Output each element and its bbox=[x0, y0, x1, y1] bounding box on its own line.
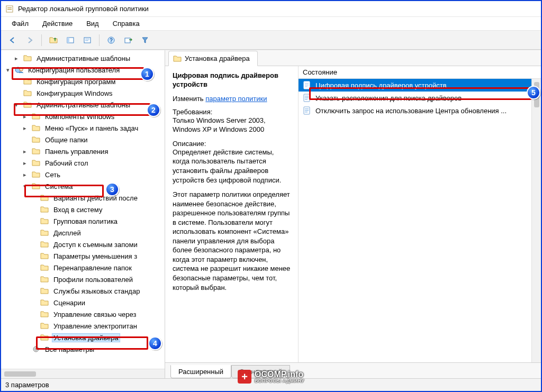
list-column-header[interactable]: Состояние bbox=[299, 66, 541, 79]
folder-icon bbox=[40, 334, 49, 341]
titlebar: Редактор локальной групповой политики bbox=[1, 1, 541, 17]
folder-icon bbox=[32, 148, 40, 155]
tree-item[interactable]: ▸Компоненты Windows bbox=[3, 111, 165, 122]
help-button[interactable]: ? bbox=[104, 33, 119, 47]
tree-item-user-configuration[interactable]: ▾Конфигурация пользователя bbox=[3, 64, 165, 76]
filter-button[interactable] bbox=[138, 33, 152, 47]
tree-item[interactable]: ▸Конфигурация программ bbox=[3, 76, 165, 87]
app-window: Редактор локальной групповой политики Фа… bbox=[0, 0, 542, 392]
tree-item[interactable]: ▸Управление связью через bbox=[3, 308, 165, 320]
tab-extended[interactable]: Расширенный bbox=[170, 365, 231, 378]
policy-icon bbox=[303, 106, 311, 115]
tree-item[interactable]: ▸Конфигурация Windows bbox=[3, 87, 165, 99]
tree-item[interactable]: ▸Службы языковых стандар bbox=[3, 285, 165, 297]
folder-icon bbox=[40, 264, 49, 271]
content-tab-label: Установка драйвера bbox=[185, 54, 250, 62]
window-title: Редактор локальной групповой политики bbox=[18, 5, 149, 13]
policy-title: Цифровая подпись драйверов устройств bbox=[173, 71, 293, 89]
description-text-2: Этот параметр политики определяет наимен… bbox=[173, 190, 293, 292]
requirements-label: Требования: bbox=[173, 108, 293, 116]
tree-item[interactable]: ▸Административные шаблоны bbox=[3, 52, 165, 64]
list-item[interactable]: Отключить запрос на использование Центра… bbox=[299, 104, 541, 117]
menu-action[interactable]: Действие bbox=[37, 19, 78, 29]
tree-item[interactable]: ▸Сценарии bbox=[3, 297, 165, 308]
folder-icon bbox=[40, 252, 49, 260]
forward-button[interactable] bbox=[22, 33, 37, 47]
list-item[interactable]: Указать расположения для поиска драйверо… bbox=[299, 92, 541, 104]
tree-item[interactable]: ▸Параметры уменьшения з bbox=[3, 250, 165, 262]
list-item-label: Отключить запрос на использование Центра… bbox=[315, 107, 507, 115]
folder-icon bbox=[23, 78, 32, 85]
tree-item[interactable]: ▸Меню «Пуск» и панель задач bbox=[3, 122, 165, 134]
tree-item[interactable]: ▸Дисплей bbox=[3, 227, 165, 239]
toolbar-separator bbox=[99, 34, 100, 46]
tree-scroll[interactable]: ▸Административные шаблоны ▾Конфигурация … bbox=[1, 50, 165, 369]
tree-item[interactable]: ▸Управление электропитан bbox=[3, 320, 165, 332]
svg-rect-22 bbox=[125, 38, 130, 43]
folder-icon bbox=[32, 159, 40, 167]
svg-rect-19 bbox=[85, 40, 88, 41]
edit-policy-line: Изменить параметр политики bbox=[173, 95, 293, 103]
status-text: 3 параметров bbox=[5, 381, 49, 389]
svg-rect-13 bbox=[7, 7, 12, 8]
body: ▸Административные шаблоны ▾Конфигурация … bbox=[1, 50, 541, 378]
folder-icon bbox=[23, 54, 32, 62]
menu-view[interactable]: Вид bbox=[81, 19, 104, 29]
folder-icon bbox=[40, 241, 49, 248]
list-item-selected[interactable]: Цифровая подпись драйверов устройств bbox=[299, 79, 541, 92]
tree-pane: ▸Административные шаблоны ▾Конфигурация … bbox=[1, 50, 165, 378]
back-button[interactable] bbox=[5, 33, 20, 47]
properties-button[interactable] bbox=[80, 33, 95, 47]
tree-item-system[interactable]: ▾Система bbox=[3, 180, 165, 192]
list-item-label: Цифровая подпись драйверов устройств bbox=[315, 81, 447, 89]
policy-list: Состояние Цифровая подпись драйверов уст… bbox=[299, 66, 541, 362]
tree-item[interactable]: ▸Профили пользователей bbox=[3, 274, 165, 285]
folder-icon bbox=[32, 136, 40, 143]
list-body: Цифровая подпись драйверов устройств Ука… bbox=[299, 79, 541, 362]
list-vertical-scrollbar[interactable] bbox=[531, 79, 541, 362]
tree-item[interactable]: ▸Панель управления bbox=[3, 145, 165, 157]
content-tabheader: Установка драйвера bbox=[165, 50, 541, 66]
requirements-text: Только Windows Server 2003, Windows XP и… bbox=[173, 116, 293, 134]
tree-horizontal-scrollbar[interactable] bbox=[1, 369, 165, 378]
app-icon bbox=[5, 5, 14, 13]
svg-text:?: ? bbox=[110, 38, 113, 43]
tree-item[interactable]: ▸Сеть bbox=[3, 169, 165, 180]
content-body: Цифровая подпись драйверов устройств Изм… bbox=[165, 66, 541, 362]
up-button[interactable] bbox=[46, 33, 61, 47]
tree-item[interactable]: ▸Рабочий стол bbox=[3, 157, 165, 169]
tree-item[interactable]: ▸Доступ к съемным запоми bbox=[3, 239, 165, 250]
menu-file[interactable]: Файл bbox=[6, 19, 34, 29]
tree-item-all-settings[interactable]: ▸Все параметры bbox=[3, 343, 165, 355]
tree-item-admin-templates[interactable]: ▾Административные шаблоны bbox=[3, 99, 165, 111]
toolbar: ? bbox=[1, 31, 541, 50]
description-text-1: Определяет действие системы, когда польз… bbox=[173, 148, 293, 185]
folder-icon bbox=[40, 311, 49, 318]
content-pane: Установка драйвера Цифровая подпись драй… bbox=[165, 50, 541, 378]
panes-button[interactable] bbox=[63, 33, 78, 47]
folder-icon bbox=[32, 124, 40, 132]
tree-item[interactable]: ▸Вход в систему bbox=[3, 204, 165, 215]
folder-icon bbox=[40, 206, 49, 213]
tree-item[interactable]: ▸Групповая политика bbox=[3, 215, 165, 227]
folder-icon bbox=[40, 299, 49, 306]
tree-item[interactable]: ▸Перенаправление папок bbox=[3, 262, 165, 274]
folder-icon bbox=[40, 194, 49, 202]
edit-policy-link[interactable]: параметр политики bbox=[205, 95, 267, 103]
detail-column: Цифровая подпись драйверов устройств Изм… bbox=[165, 66, 299, 362]
menu-help[interactable]: Справка bbox=[107, 19, 145, 29]
user-config-icon bbox=[15, 66, 23, 74]
folder-icon bbox=[40, 217, 49, 225]
export-button[interactable] bbox=[121, 33, 136, 47]
tree-item[interactable]: ▸Общие папки bbox=[3, 134, 165, 145]
folder-icon bbox=[40, 229, 49, 236]
folder-icon bbox=[40, 322, 49, 330]
content-tab-driver-install[interactable]: Установка драйвера bbox=[168, 51, 258, 66]
folder-icon bbox=[173, 55, 182, 62]
folder-icon bbox=[32, 183, 40, 190]
tree-item-driver-install[interactable]: ▸Установка драйвера bbox=[3, 332, 165, 343]
folder-icon bbox=[40, 276, 49, 283]
tree-item[interactable]: ▸Варианты действий после bbox=[3, 192, 165, 204]
folder-icon bbox=[23, 89, 32, 97]
tab-standard[interactable]: Стандартный bbox=[231, 365, 290, 378]
